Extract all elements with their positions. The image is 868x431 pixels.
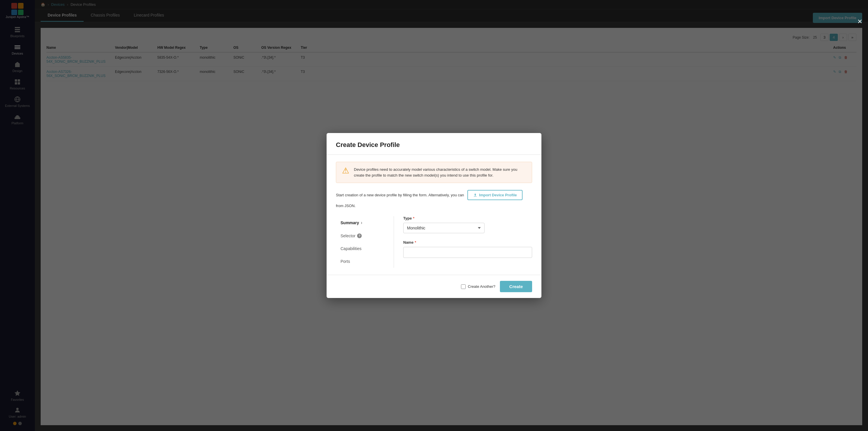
- import-device-profile-modal-button[interactable]: Import Device Profile: [467, 190, 523, 200]
- create-device-profile-modal: × Create Device Profile ⚠ Device profile…: [327, 133, 541, 298]
- create-another-group: Create Another?: [461, 284, 496, 289]
- warning-icon: ⚠: [342, 167, 349, 175]
- import-line: Start creation of a new device profile b…: [336, 190, 532, 208]
- modal-overlay: × Create Device Profile ⚠ Device profile…: [0, 0, 868, 431]
- type-select[interactable]: Monolithic Modular: [403, 223, 485, 233]
- modal-header: Create Device Profile: [327, 133, 541, 155]
- step-arrow: ›: [361, 220, 362, 225]
- upload-icon: [473, 193, 477, 197]
- name-field-group: Name *: [403, 240, 532, 258]
- form-area: Summary › Selector ? Capabilities Ports: [336, 216, 532, 268]
- warning-banner: ⚠ Device profiles need to accurately mod…: [336, 162, 532, 183]
- form-content: Type * Monolithic Modular Name *: [403, 216, 532, 268]
- modal-body: ⚠ Device profiles need to accurately mod…: [327, 155, 541, 275]
- type-field-group: Type * Monolithic Modular: [403, 216, 532, 233]
- create-another-label: Create Another?: [468, 284, 496, 289]
- type-label: Type *: [403, 216, 532, 220]
- name-required-star: *: [414, 240, 416, 245]
- modal-title: Create Device Profile: [336, 141, 532, 149]
- form-step-ports[interactable]: Ports: [336, 255, 394, 268]
- form-step-capabilities[interactable]: Capabilities: [336, 242, 394, 255]
- modal-footer: Create Another? Create: [327, 275, 541, 298]
- create-button[interactable]: Create: [500, 281, 532, 292]
- form-step-selector[interactable]: Selector ?: [336, 229, 394, 242]
- warning-text: Device profiles need to accurately model…: [354, 167, 526, 178]
- import-prefix: Start creation of a new device profile b…: [336, 193, 464, 197]
- name-input[interactable]: [403, 247, 532, 258]
- selector-help-icon[interactable]: ?: [357, 234, 362, 238]
- create-another-checkbox[interactable]: [461, 284, 466, 289]
- type-required-star: *: [413, 216, 414, 220]
- form-steps-sidebar: Summary › Selector ? Capabilities Ports: [336, 216, 394, 268]
- form-step-summary[interactable]: Summary ›: [336, 216, 394, 229]
- import-suffix: from JSON.: [336, 204, 355, 208]
- name-label: Name *: [403, 240, 532, 245]
